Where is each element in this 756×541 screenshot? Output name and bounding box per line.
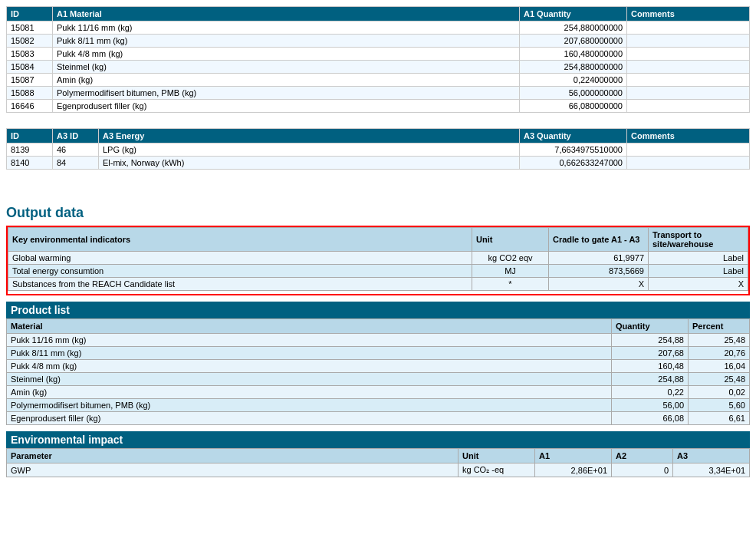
- a1-cell-quantity: 207,680000000: [520, 35, 627, 48]
- a3-cell-id: 8140: [7, 157, 53, 170]
- product-cell-material: Amin (kg): [7, 386, 612, 399]
- a1-table-row: 15082 Pukk 8/11 mm (kg) 207,680000000: [7, 35, 750, 48]
- kei-col-unit: Unit: [472, 228, 549, 252]
- a1-table-row: 15088 Polymermodifisert bitumen, PMB (kg…: [7, 87, 750, 100]
- product-table-row: Pukk 11/16 mm (kg) 254,88 25,48: [7, 334, 750, 347]
- kei-col-cradle: Cradle to gate A1 - A3: [549, 228, 649, 252]
- a1-cell-material: Pukk 8/11 mm (kg): [53, 35, 520, 48]
- a3-cell-a3id: 46: [53, 143, 99, 157]
- product-cell-quantity: 160,48: [612, 360, 689, 373]
- a1-cell-comments: [627, 74, 750, 87]
- a1-cell-comments: [627, 48, 750, 61]
- env-impact-title: Environmental impact: [6, 431, 750, 448]
- product-col-material: Material: [7, 319, 612, 334]
- kei-cell-indicator: Total energy consumtion: [8, 265, 472, 278]
- kei-cell-cradle: 61,9977: [549, 252, 649, 265]
- a1-col-comments: Comments: [627, 7, 750, 21]
- product-list-title: Product list: [6, 302, 750, 318]
- env-col-unit: Unit: [459, 449, 535, 463]
- product-table-row: Steinmel (kg) 254,88 25,48: [7, 373, 750, 386]
- product-cell-percent: 16,04: [689, 360, 750, 373]
- a1-table-row: 15083 Pukk 4/8 mm (kg) 160,480000000: [7, 48, 750, 61]
- product-cell-material: Polymermodifisert bitumen, PMB (kg): [7, 399, 612, 412]
- a1-col-quantity: A1 Quantity: [520, 7, 627, 21]
- env-cell-a1: 2,86E+01: [535, 463, 612, 477]
- a3-cell-energy: LPG (kg): [99, 143, 520, 157]
- kei-cell-unit: *: [472, 278, 549, 291]
- a1-col-material: A1 Material: [53, 7, 520, 21]
- kei-table-row: Total energy consumtion MJ 873,5669 Labe…: [8, 265, 748, 278]
- env-cell-parameter: GWP: [7, 463, 459, 477]
- product-cell-quantity: 66,08: [612, 412, 689, 425]
- a3-cell-energy: El-mix, Norway (kWh): [99, 157, 520, 170]
- a1-material-table: ID A1 Material A1 Quantity Comments 1508…: [6, 6, 750, 113]
- env-col-a2: A2: [612, 449, 673, 463]
- a3-cell-quantity: 0,662633247000: [520, 157, 627, 170]
- a1-cell-comments: [627, 21, 750, 35]
- product-table-row: Pukk 8/11 mm (kg) 207,68 20,76: [7, 347, 750, 360]
- product-list-table: Material Quantity Percent Pukk 11/16 mm …: [6, 318, 750, 425]
- a3-col-quantity: A3 Quantity: [520, 129, 627, 143]
- product-cell-percent: 0,02: [689, 386, 750, 399]
- env-table-row: GWP kg CO₂ -eq 2,86E+01 0 3,34E+01: [7, 463, 750, 477]
- a3-cell-comments: [627, 157, 750, 170]
- a1-col-id: ID: [7, 7, 53, 21]
- a1-cell-id: 15084: [7, 61, 53, 74]
- a1-table-row: 15081 Pukk 11/16 mm (kg) 254,880000000: [7, 21, 750, 35]
- a1-cell-quantity: 56,000000000: [520, 87, 627, 100]
- env-col-parameter: Parameter: [7, 449, 459, 463]
- a1-cell-material: Polymermodifisert bitumen, PMB (kg): [53, 87, 520, 100]
- a1-cell-material: Steinmel (kg): [53, 61, 520, 74]
- product-cell-percent: 20,76: [689, 347, 750, 360]
- a1-cell-quantity: 254,880000000: [520, 61, 627, 74]
- product-cell-material: Pukk 11/16 mm (kg): [7, 334, 612, 347]
- a3-table-row: 8140 84 El-mix, Norway (kWh) 0,662633247…: [7, 157, 750, 170]
- env-col-a3: A3: [673, 449, 750, 463]
- a3-cell-a3id: 84: [53, 157, 99, 170]
- kei-cell-indicator: Global warming: [8, 252, 472, 265]
- a1-cell-id: 16646: [7, 100, 53, 113]
- kei-table-row: Substances from the REACH Candidate list…: [8, 278, 748, 291]
- env-col-a1: A1: [535, 449, 612, 463]
- a1-cell-id: 15083: [7, 48, 53, 61]
- product-table-row: Egenprodusert filler (kg) 66,08 6,61: [7, 412, 750, 425]
- kei-cell-transport: X: [649, 278, 748, 291]
- a1-cell-material: Pukk 11/16 mm (kg): [53, 21, 520, 35]
- a1-cell-id: 15087: [7, 74, 53, 87]
- product-col-quantity: Quantity: [612, 319, 689, 334]
- a3-table-row: 8139 46 LPG (kg) 7,6634975510000: [7, 143, 750, 157]
- a3-energy-table: ID A3 ID A3 Energy A3 Quantity Comments …: [6, 128, 750, 170]
- a1-cell-comments: [627, 61, 750, 74]
- a1-cell-id: 15082: [7, 35, 53, 48]
- kei-cell-transport: Label: [649, 265, 748, 278]
- product-cell-quantity: 254,88: [612, 373, 689, 386]
- a1-cell-id: 15081: [7, 21, 53, 35]
- product-cell-percent: 25,48: [689, 334, 750, 347]
- kei-col-transport: Transport to site/warehouse: [649, 228, 748, 252]
- kei-cell-unit: kg CO2 eqv: [472, 252, 549, 265]
- a3-col-id: ID: [7, 129, 53, 143]
- kei-table-row: Global warming kg CO2 eqv 61,9977 Label: [8, 252, 748, 265]
- product-table-row: Amin (kg) 0,22 0,02: [7, 386, 750, 399]
- kei-col-indicator: Key environmental indicators: [8, 228, 472, 252]
- a1-cell-material: Egenprodusert filler (kg): [53, 100, 520, 113]
- a1-table-row: 16646 Egenprodusert filler (kg) 66,08000…: [7, 100, 750, 113]
- a1-cell-quantity: 254,880000000: [520, 21, 627, 35]
- a3-col-comments: Comments: [627, 129, 750, 143]
- a1-cell-quantity: 0,224000000: [520, 74, 627, 87]
- product-table-row: Polymermodifisert bitumen, PMB (kg) 56,0…: [7, 399, 750, 412]
- product-cell-quantity: 56,00: [612, 399, 689, 412]
- env-cell-a2: 0: [612, 463, 673, 477]
- kei-cell-transport: Label: [649, 252, 748, 265]
- product-cell-percent: 25,48: [689, 373, 750, 386]
- env-cell-unit: kg CO₂ -eq: [459, 463, 535, 477]
- env-cell-a3: 3,34E+01: [673, 463, 750, 477]
- a1-cell-quantity: 160,480000000: [520, 48, 627, 61]
- a3-cell-comments: [627, 143, 750, 157]
- product-cell-material: Pukk 4/8 mm (kg): [7, 360, 612, 373]
- product-cell-quantity: 254,88: [612, 334, 689, 347]
- a3-col-energy: A3 Energy: [99, 129, 520, 143]
- a1-cell-comments: [627, 35, 750, 48]
- a1-cell-comments: [627, 100, 750, 113]
- a1-table-row: 15084 Steinmel (kg) 254,880000000: [7, 61, 750, 74]
